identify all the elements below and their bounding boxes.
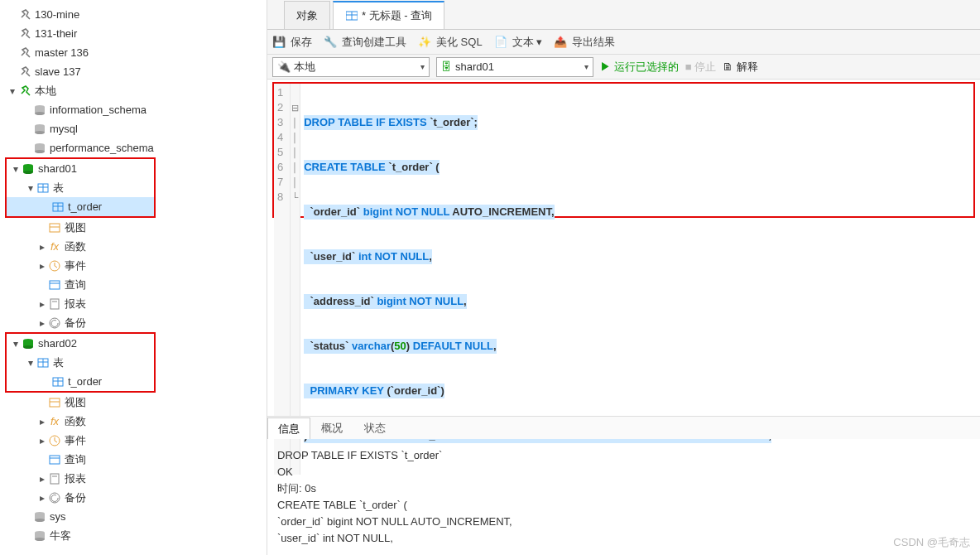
chevron-icon[interactable]: ▸ <box>36 416 48 427</box>
tree-item-db[interactable]: information_schema <box>0 100 267 119</box>
chevron-icon[interactable]: ▾ <box>25 357 36 369</box>
tree-item-db-open[interactable]: ▾shard02 <box>7 334 154 353</box>
event-icon <box>48 434 61 447</box>
save-button[interactable]: 💾保存 <box>272 35 312 50</box>
tree-item-db-open[interactable]: ▾shard01 <box>7 159 154 178</box>
db-icon <box>33 123 46 136</box>
tree-item-label: 130-mine <box>35 8 79 21</box>
tab-state[interactable]: 状态 <box>353 417 396 439</box>
tree-item-report[interactable]: ▸报表 <box>0 294 267 313</box>
tree-item-views[interactable]: 视图 <box>0 393 267 412</box>
tree-item-conn[interactable]: slave 137 <box>0 62 267 81</box>
connection-select[interactable]: 🔌本地 ▾ <box>272 57 430 77</box>
tree-item-db[interactable]: mysql <box>0 119 267 138</box>
tab-overview[interactable]: 概况 <box>310 417 353 439</box>
tree-item-label: 备份 <box>65 490 86 505</box>
tree-item-label: 牛客 <box>50 528 71 543</box>
tables-icon <box>36 181 50 195</box>
tab-info[interactable]: 信息 <box>267 417 310 439</box>
views-icon <box>48 221 61 234</box>
tree-item-tables[interactable]: ▾表 <box>7 178 154 197</box>
chevron-icon[interactable]: ▸ <box>36 317 48 329</box>
play-icon: ▶ <box>600 60 611 73</box>
tree-item-label: 查询 <box>65 278 86 292</box>
tree-item-report[interactable]: ▸报表 <box>0 469 267 488</box>
tree-item-db[interactable]: 牛客 <box>0 526 267 545</box>
chevron-icon[interactable]: ▾ <box>7 85 18 97</box>
tab-query[interactable]: * 无标题 - 查询 <box>333 1 444 29</box>
tree-item-table[interactable]: t_order <box>7 372 154 391</box>
tree-item-conn[interactable]: master 136 <box>0 43 267 62</box>
svg-rect-40 <box>50 474 59 484</box>
tree-item-backup[interactable]: ▸备份 <box>0 488 267 507</box>
tree-item-label: 函数 <box>65 414 86 429</box>
chevron-icon[interactable]: ▸ <box>36 260 48 272</box>
tree-item-label: 本地 <box>35 84 56 99</box>
tree-item-db[interactable]: sys <box>0 507 267 526</box>
chevron-down-icon: ▾ <box>584 62 588 71</box>
tree-item-query[interactable]: 查询 <box>0 275 267 294</box>
plug-icon: 🔌 <box>277 60 291 73</box>
tree-item-db[interactable]: performance_schema <box>0 138 267 157</box>
tab-objects[interactable]: 对象 <box>284 1 330 29</box>
svg-point-2 <box>35 112 45 115</box>
tree-item-table[interactable]: t_order <box>7 197 154 216</box>
sparkle-icon: ✨ <box>418 36 431 48</box>
tree-item-tables[interactable]: ▾表 <box>7 353 154 372</box>
table-icon <box>51 375 65 388</box>
beautify-button[interactable]: ✨美化 SQL <box>418 35 483 50</box>
tree-item-label: 报表 <box>65 297 86 311</box>
stop-icon: ■ <box>685 60 692 73</box>
fold-toggle[interactable]: ⊟ <box>291 100 300 115</box>
tree-item-label: mysql <box>50 123 78 135</box>
table-icon <box>345 9 358 22</box>
export-icon: 📤 <box>554 36 567 48</box>
db-icon <box>33 104 46 117</box>
conn-icon <box>18 27 31 41</box>
sql-editor[interactable]: 12345678 ⊟│││││└ DROP TABLE IF EXISTS `t… <box>272 82 975 218</box>
connection-tree[interactable]: 130-mine131-theirmaster 136slave 137▾本地i… <box>0 0 267 555</box>
tree-item-event[interactable]: ▸事件 <box>0 256 267 275</box>
svg-point-8 <box>35 150 45 153</box>
chevron-icon[interactable]: ▾ <box>10 338 22 350</box>
chevron-icon[interactable]: ▾ <box>25 182 36 194</box>
tree-item-label: 视图 <box>65 220 86 235</box>
tree-item-event[interactable]: ▸事件 <box>0 431 267 450</box>
chevron-icon[interactable]: ▸ <box>36 435 48 446</box>
tree-item-query[interactable]: 查询 <box>0 450 267 469</box>
tree-item-conn[interactable]: 130-mine <box>0 5 267 24</box>
chevron-icon[interactable]: ▸ <box>36 492 48 504</box>
table-icon <box>51 200 65 214</box>
svg-rect-38 <box>50 456 60 464</box>
views-icon <box>48 396 61 409</box>
chevron-icon[interactable]: ▾ <box>10 163 22 175</box>
tree-item-label: 事件 <box>65 258 86 273</box>
tree-item-label: 131-their <box>35 27 77 40</box>
run-bar: 🔌本地 ▾ 🗄shard01 ▾ ▶ 运行已选择的 ■ 停止 🗎 解释 <box>267 55 980 80</box>
query-builder-button[interactable]: 🔧查询创建工具 <box>324 35 406 50</box>
tree-item-fx[interactable]: ▸fx函数 <box>0 412 267 431</box>
explain-icon: 🗎 <box>723 60 733 73</box>
db-open-icon <box>22 162 35 176</box>
tree-item-conn-open[interactable]: ▾本地 <box>0 81 267 100</box>
tree-item-backup[interactable]: ▸备份 <box>0 313 267 332</box>
explain-button[interactable]: 🗎 解释 <box>723 60 758 75</box>
chevron-icon[interactable]: ▸ <box>36 298 48 310</box>
database-select[interactable]: 🗄shard01 ▾ <box>436 57 593 77</box>
chevron-icon[interactable]: ▸ <box>36 241 48 253</box>
fx-icon: fx <box>48 415 61 428</box>
db-open-icon <box>22 337 35 350</box>
report-icon <box>48 297 61 311</box>
text-button[interactable]: 📄文本 ▾ <box>494 35 542 50</box>
tree-item-label: 事件 <box>65 433 86 448</box>
tree-item-views[interactable]: 视图 <box>0 218 267 237</box>
watermark: CSDN @毛奇志 <box>893 535 970 550</box>
chevron-icon[interactable]: ▸ <box>36 473 48 485</box>
run-selected-button[interactable]: ▶ 运行已选择的 <box>600 60 679 75</box>
builder-icon: 🔧 <box>324 36 337 48</box>
fx-icon: fx <box>48 240 61 253</box>
export-button[interactable]: 📤导出结果 <box>554 35 615 50</box>
tree-item-conn[interactable]: 131-their <box>0 24 267 43</box>
svg-point-11 <box>23 171 33 174</box>
tree-item-fx[interactable]: ▸fx函数 <box>0 237 267 256</box>
